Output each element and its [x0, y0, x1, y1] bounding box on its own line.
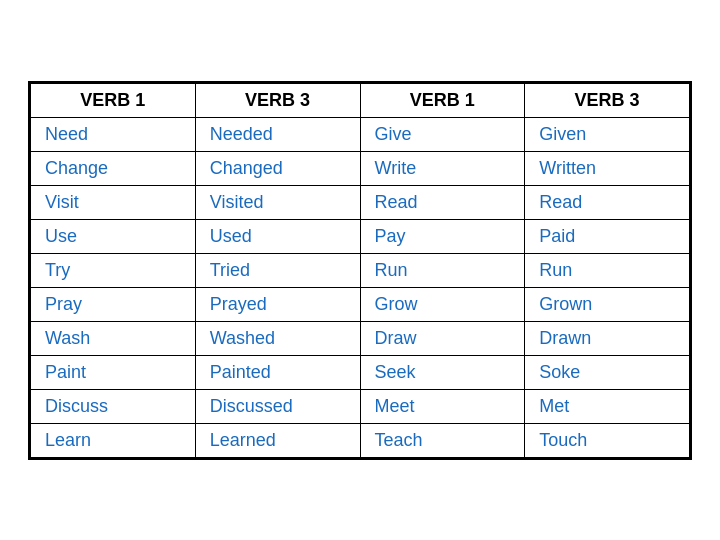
table-row: PrayPrayedGrowGrown	[31, 287, 690, 321]
cell-r1-c0: Change	[31, 151, 196, 185]
table-row: DiscussDiscussedMeetMet	[31, 389, 690, 423]
table-row: NeedNeededGiveGiven	[31, 117, 690, 151]
cell-r4-c0: Try	[31, 253, 196, 287]
cell-r6-c1: Washed	[195, 321, 360, 355]
cell-r2-c2: Read	[360, 185, 525, 219]
cell-r9-c3: Touch	[525, 423, 690, 457]
cell-r7-c0: Paint	[31, 355, 196, 389]
cell-r5-c2: Grow	[360, 287, 525, 321]
cell-r8-c1: Discussed	[195, 389, 360, 423]
cell-r3-c0: Use	[31, 219, 196, 253]
table-body: NeedNeededGiveGivenChangeChangedWriteWri…	[31, 117, 690, 457]
cell-r6-c3: Drawn	[525, 321, 690, 355]
table-row: ChangeChangedWriteWritten	[31, 151, 690, 185]
cell-r9-c0: Learn	[31, 423, 196, 457]
cell-r2-c0: Visit	[31, 185, 196, 219]
cell-r7-c3: Soke	[525, 355, 690, 389]
table-row: LearnLearnedTeachTouch	[31, 423, 690, 457]
cell-r6-c2: Draw	[360, 321, 525, 355]
table-row: TryTriedRunRun	[31, 253, 690, 287]
cell-r1-c1: Changed	[195, 151, 360, 185]
cell-r5-c1: Prayed	[195, 287, 360, 321]
cell-r9-c2: Teach	[360, 423, 525, 457]
header-verb3-col4: VERB 3	[525, 83, 690, 117]
cell-r3-c3: Paid	[525, 219, 690, 253]
table-row: UseUsedPayPaid	[31, 219, 690, 253]
table-row: WashWashedDrawDrawn	[31, 321, 690, 355]
cell-r7-c1: Painted	[195, 355, 360, 389]
cell-r0-c1: Needed	[195, 117, 360, 151]
table-header-row: VERB 1 VERB 3 VERB 1 VERB 3	[31, 83, 690, 117]
cell-r0-c2: Give	[360, 117, 525, 151]
header-verb3-col2: VERB 3	[195, 83, 360, 117]
cell-r1-c3: Written	[525, 151, 690, 185]
header-verb1-col3: VERB 1	[360, 83, 525, 117]
cell-r7-c2: Seek	[360, 355, 525, 389]
table-row: VisitVisitedReadRead	[31, 185, 690, 219]
cell-r0-c0: Need	[31, 117, 196, 151]
cell-r3-c1: Used	[195, 219, 360, 253]
cell-r4-c3: Run	[525, 253, 690, 287]
cell-r8-c2: Meet	[360, 389, 525, 423]
cell-r3-c2: Pay	[360, 219, 525, 253]
verb-table-container: VERB 1 VERB 3 VERB 1 VERB 3 NeedNeededGi…	[28, 81, 692, 460]
cell-r8-c0: Discuss	[31, 389, 196, 423]
cell-r4-c1: Tried	[195, 253, 360, 287]
cell-r1-c2: Write	[360, 151, 525, 185]
header-verb1-col1: VERB 1	[31, 83, 196, 117]
cell-r0-c3: Given	[525, 117, 690, 151]
cell-r6-c0: Wash	[31, 321, 196, 355]
verb-table: VERB 1 VERB 3 VERB 1 VERB 3 NeedNeededGi…	[30, 83, 690, 458]
cell-r2-c3: Read	[525, 185, 690, 219]
table-row: PaintPaintedSeekSoke	[31, 355, 690, 389]
cell-r8-c3: Met	[525, 389, 690, 423]
cell-r9-c1: Learned	[195, 423, 360, 457]
cell-r5-c3: Grown	[525, 287, 690, 321]
cell-r4-c2: Run	[360, 253, 525, 287]
cell-r5-c0: Pray	[31, 287, 196, 321]
cell-r2-c1: Visited	[195, 185, 360, 219]
